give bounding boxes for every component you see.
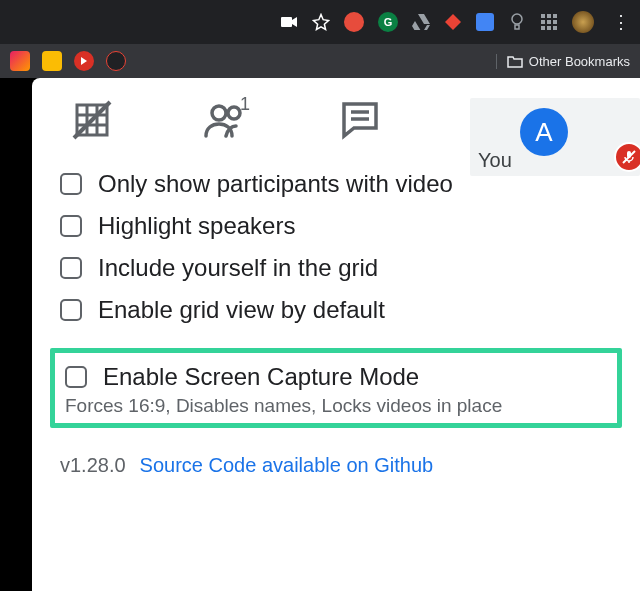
svg-rect-11 — [553, 26, 557, 30]
star-icon[interactable] — [312, 13, 330, 31]
svg-rect-2 — [515, 25, 519, 29]
svg-rect-5 — [553, 14, 557, 18]
option-include-yourself[interactable]: Include yourself in the grid — [60, 254, 622, 282]
option-label: Highlight speakers — [98, 212, 295, 240]
folder-icon — [507, 54, 523, 68]
avatar: A — [520, 108, 568, 156]
profile-avatar-icon[interactable] — [572, 11, 594, 33]
mic-muted-icon[interactable] — [614, 142, 640, 172]
options-list: Only show participants with video Highli… — [60, 170, 622, 324]
svg-point-1 — [512, 14, 522, 24]
browser-toolbar: G ⋮ — [0, 0, 640, 44]
svg-line-17 — [74, 102, 110, 138]
other-bookmarks-folder[interactable]: Other Bookmarks — [496, 54, 630, 69]
extension-icon-blue[interactable] — [476, 13, 494, 31]
svg-rect-10 — [547, 26, 551, 30]
bookmark-item-1[interactable] — [10, 51, 30, 71]
svg-rect-6 — [541, 20, 545, 24]
browser-menu-icon[interactable]: ⋮ — [608, 11, 632, 33]
people-count-badge: 1 — [240, 94, 250, 115]
camera-icon[interactable] — [280, 13, 298, 31]
extension-icon-green[interactable]: G — [378, 12, 398, 32]
option-label: Include yourself in the grid — [98, 254, 378, 282]
extension-icon-drive[interactable] — [412, 13, 430, 31]
svg-rect-8 — [553, 20, 557, 24]
svg-rect-9 — [541, 26, 545, 30]
source-code-link[interactable]: Source Code available on Github — [140, 454, 434, 477]
extension-icon-grid[interactable] — [540, 13, 558, 31]
option-label: Enable grid view by default — [98, 296, 385, 324]
checkbox[interactable] — [60, 299, 82, 321]
checkbox[interactable] — [60, 257, 82, 279]
other-bookmarks-label: Other Bookmarks — [529, 54, 630, 69]
extension-icon-red[interactable] — [344, 12, 364, 32]
svg-rect-4 — [547, 14, 551, 18]
footer: v1.28.0 Source Code available on Github — [60, 454, 622, 477]
checkbox[interactable] — [65, 366, 87, 388]
highlighted-option-box: Enable Screen Capture Mode Forces 16:9, … — [50, 348, 622, 428]
option-highlight-speakers[interactable]: Highlight speakers — [60, 212, 622, 240]
extension-icon-bulb[interactable] — [508, 13, 526, 31]
bookmark-item-4[interactable] — [106, 51, 126, 71]
checkbox[interactable] — [60, 173, 82, 195]
people-icon[interactable]: 1 — [204, 98, 248, 142]
svg-rect-0 — [281, 17, 292, 27]
bookmarks-bar: Other Bookmarks — [0, 44, 640, 78]
svg-point-18 — [212, 106, 226, 120]
svg-point-19 — [228, 107, 240, 119]
option-grid-default[interactable]: Enable grid view by default — [60, 296, 622, 324]
option-label: Only show participants with video — [98, 170, 453, 198]
extension-icon-diamond[interactable] — [444, 13, 462, 31]
checkbox[interactable] — [60, 215, 82, 237]
avatar-letter: A — [535, 117, 552, 148]
svg-rect-3 — [541, 14, 545, 18]
self-video-tile[interactable]: A You — [470, 98, 640, 176]
you-label: You — [478, 149, 512, 172]
grid-disabled-icon[interactable] — [70, 98, 114, 142]
chat-icon[interactable] — [338, 98, 382, 142]
svg-rect-7 — [547, 20, 551, 24]
bookmark-item-2[interactable] — [42, 51, 62, 71]
option-sublabel: Forces 16:9, Disables names, Locks video… — [65, 395, 609, 417]
bookmark-item-3[interactable] — [74, 51, 94, 71]
option-screen-capture[interactable]: Enable Screen Capture Mode — [65, 363, 609, 391]
option-label: Enable Screen Capture Mode — [103, 363, 419, 391]
version-label: v1.28.0 — [60, 454, 126, 477]
